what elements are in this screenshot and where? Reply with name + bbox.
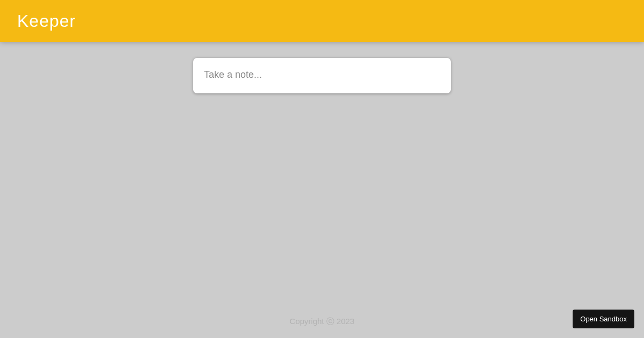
open-sandbox-button[interactable]: Open Sandbox [573,310,634,328]
create-note-form [193,58,451,93]
app-title: Keeper [17,11,76,31]
copyright-text: Copyright ⓒ 2023 [0,317,644,327]
app-footer: Copyright ⓒ 2023 [0,317,644,338]
create-note-area [0,58,644,93]
note-content-input[interactable] [204,66,440,83]
app-header: Keeper [0,0,644,42]
